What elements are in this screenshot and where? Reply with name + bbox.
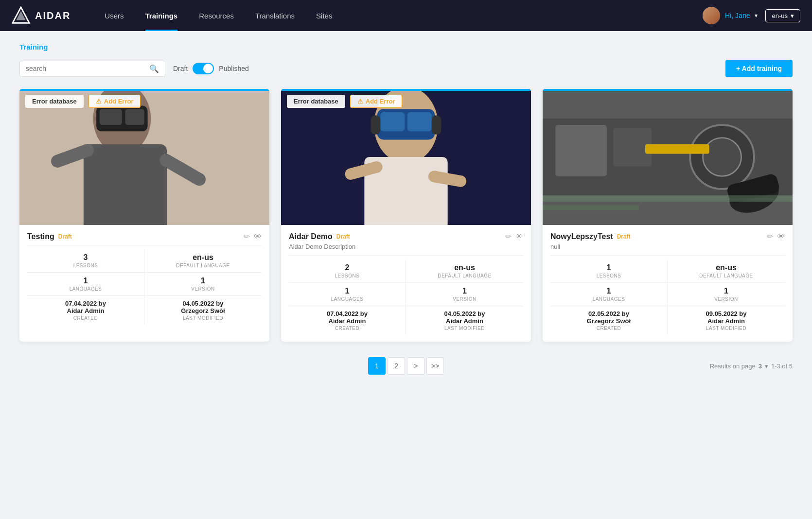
page-btn-1[interactable]: 1 bbox=[368, 357, 386, 375]
breadcrumb[interactable]: Training bbox=[19, 43, 793, 51]
nav-translations[interactable]: Translations bbox=[245, 0, 305, 31]
warning-icon-1: ⚠ bbox=[96, 98, 102, 105]
user-name-text: Jane bbox=[735, 12, 750, 19]
card-title-row-1: Testing Draft ✏ 👁 bbox=[27, 232, 262, 241]
training-card-3: NowyLepszyTest Draft ✏ 👁 null 1 LESSONS bbox=[543, 89, 793, 342]
logo[interactable]: AIDAR bbox=[12, 6, 71, 25]
page-btn-last[interactable]: >> bbox=[426, 357, 444, 375]
svg-rect-4 bbox=[84, 144, 167, 225]
edit-btn-2[interactable]: ✏ bbox=[505, 232, 512, 241]
view-btn-2[interactable]: 👁 bbox=[515, 232, 523, 241]
lessons-label-3: LESSONS bbox=[552, 273, 665, 278]
stat-version-1: 1 VERSION bbox=[144, 273, 262, 295]
card-divider-2 bbox=[289, 255, 523, 256]
error-database-btn-2[interactable]: Error database bbox=[287, 95, 345, 108]
languages-value-2: 1 bbox=[291, 287, 404, 295]
created-label-2: CREATED bbox=[291, 326, 404, 331]
add-error-btn-2[interactable]: ⚠ Add Error bbox=[350, 95, 403, 108]
cards-grid: Error database ⚠ Add Error Testing Draft… bbox=[19, 89, 793, 342]
navbar: AIDAR Users Trainings Resources Translat… bbox=[0, 0, 812, 31]
nav-users[interactable]: Users bbox=[94, 0, 134, 31]
svg-point-25 bbox=[703, 138, 741, 176]
language-value: en-us bbox=[772, 12, 788, 19]
card-title-row-2: Aidar Demo Draft ✏ 👁 bbox=[289, 232, 523, 241]
svg-rect-26 bbox=[645, 144, 709, 154]
view-btn-3[interactable]: 👁 bbox=[777, 232, 785, 241]
draft-badge-1: Draft bbox=[58, 233, 72, 240]
lang-value-2: en-us bbox=[408, 263, 521, 272]
created-label-3: CREATED bbox=[552, 326, 665, 331]
toggle-switch[interactable] bbox=[193, 63, 214, 74]
modified-cell-2: 04.05.2022 byAidar Admin LAST MODIFIED bbox=[406, 306, 523, 335]
modified-cell-3: 09.05.2022 byAidar Admin LAST MODIFIED bbox=[668, 306, 785, 335]
card-title-row-3: NowyLepszyTest Draft ✏ 👁 bbox=[550, 232, 785, 241]
view-btn-1[interactable]: 👁 bbox=[254, 232, 262, 241]
languages-label-3: LANGUAGES bbox=[552, 296, 665, 302]
card-title-1: Testing bbox=[27, 232, 54, 241]
svg-rect-16 bbox=[371, 115, 381, 135]
card-dates-3: 02.05.2022 byGrzegorz Swół CREATED 09.05… bbox=[550, 306, 785, 335]
nav-trainings[interactable]: Trainings bbox=[135, 0, 189, 31]
stat-languages-3: 1 LANGUAGES bbox=[550, 283, 668, 306]
stat-languages-2: 1 LANGUAGES bbox=[289, 283, 406, 306]
card-body-3: NowyLepszyTest Draft ✏ 👁 null 1 LESSONS bbox=[543, 225, 793, 342]
card-body-2: Aidar Demo Draft ✏ 👁 Aidar Demo Descript… bbox=[281, 225, 531, 342]
lang-label-3: DEFAULT LANGUAGE bbox=[670, 273, 783, 278]
edit-btn-3[interactable]: ✏ bbox=[767, 232, 773, 241]
results-info: Results on page 3 ▾ 1-3 of 5 bbox=[710, 363, 793, 370]
created-date-3: 02.05.2022 byGrzegorz Swół bbox=[552, 310, 665, 325]
version-label-1: VERSION bbox=[146, 286, 260, 292]
card-stats-1: 3 LESSONS en-us DEFAULT LANGUAGE 1 LANGU… bbox=[27, 249, 262, 295]
card-divider-3 bbox=[550, 255, 785, 256]
modified-date-1: 04.05.2022 byGrzegorz Swół bbox=[146, 300, 260, 314]
add-error-btn-1[interactable]: ⚠ Add Error bbox=[88, 95, 141, 108]
training-card-2: Error database ⚠ Add Error Aidar Demo Dr… bbox=[281, 89, 531, 342]
svg-rect-7 bbox=[125, 109, 144, 125]
search-input[interactable] bbox=[26, 65, 145, 72]
error-database-btn-1[interactable]: Error database bbox=[25, 95, 84, 108]
edit-btn-1[interactable]: ✏ bbox=[244, 232, 250, 241]
published-label: Published bbox=[219, 65, 249, 72]
svg-rect-15 bbox=[407, 112, 432, 132]
user-menu[interactable]: Hi, Jane ▾ bbox=[703, 7, 758, 24]
languages-value-1: 1 bbox=[29, 277, 142, 285]
languages-label-1: LANGUAGES bbox=[29, 286, 142, 292]
page-btn-next[interactable]: > bbox=[407, 357, 424, 375]
nav-resources[interactable]: Resources bbox=[188, 0, 245, 31]
modified-cell-1: 04.05.2022 byGrzegorz Swół LAST MODIFIED bbox=[144, 296, 262, 325]
card-buttons-1: Error database ⚠ Add Error bbox=[25, 95, 264, 108]
draft-published-toggle: Draft Published bbox=[173, 63, 249, 74]
modified-label-1: LAST MODIFIED bbox=[146, 315, 260, 321]
stat-lessons-1: 3 LESSONS bbox=[27, 249, 144, 273]
version-value-1: 1 bbox=[146, 277, 260, 285]
svg-rect-6 bbox=[100, 109, 122, 125]
logo-icon bbox=[12, 6, 30, 25]
lessons-value-3: 1 bbox=[552, 263, 665, 272]
results-label: Results on page bbox=[710, 363, 756, 370]
created-cell-3: 02.05.2022 byGrzegorz Swół CREATED bbox=[550, 306, 668, 335]
created-label-1: CREATED bbox=[29, 315, 142, 321]
add-error-label-2: Add Error bbox=[366, 98, 395, 105]
card-image-1: Error database ⚠ Add Error bbox=[19, 89, 269, 225]
page-btn-2[interactable]: 2 bbox=[388, 357, 405, 375]
stat-lang-3: en-us DEFAULT LANGUAGE bbox=[668, 260, 785, 283]
modified-date-3: 09.05.2022 byAidar Admin bbox=[670, 310, 783, 325]
svg-rect-14 bbox=[380, 112, 405, 132]
user-dropdown-icon: ▾ bbox=[755, 12, 758, 19]
toolbar: 🔍 Draft Published + Add training bbox=[19, 60, 793, 77]
chevron-down-icon[interactable]: ▾ bbox=[765, 363, 768, 370]
stat-lang-1: en-us DEFAULT LANGUAGE bbox=[144, 249, 262, 273]
card-description-3: null bbox=[550, 243, 785, 250]
language-selector[interactable]: en-us ▾ bbox=[765, 9, 800, 22]
add-training-button[interactable]: + Add training bbox=[725, 60, 793, 77]
stat-lessons-2: 2 LESSONS bbox=[289, 260, 406, 283]
created-date-1: 07.04.2022 byAidar Admin bbox=[29, 300, 142, 314]
results-per-page: 3 bbox=[759, 363, 762, 370]
stat-lessons-3: 1 LESSONS bbox=[550, 260, 668, 283]
draft-badge-3: Draft bbox=[617, 233, 631, 240]
search-icon: 🔍 bbox=[149, 64, 159, 73]
svg-rect-29 bbox=[543, 195, 793, 202]
greeting-text: Hi, bbox=[725, 12, 735, 19]
add-error-label-1: Add Error bbox=[104, 98, 134, 105]
nav-sites[interactable]: Sites bbox=[305, 0, 343, 31]
